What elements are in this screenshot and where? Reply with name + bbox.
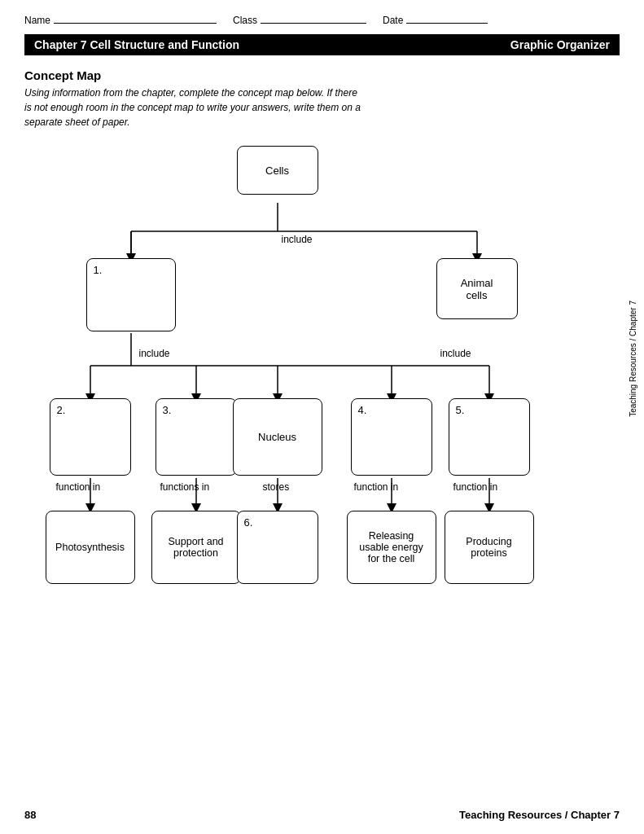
support-label: Support and protection — [168, 536, 223, 559]
stores-label: stores — [263, 481, 290, 493]
graphic-organizer-label: Graphic Organizer — [510, 38, 610, 51]
name-line — [54, 23, 217, 24]
chapter-title: Chapter 7 Cell Structure and Function — [34, 38, 239, 51]
name-label: Name — [24, 15, 50, 26]
page-number: 88 — [24, 809, 36, 821]
node2: 2. — [50, 398, 131, 476]
releasing-label: Releasing usable energy for the cell — [359, 530, 423, 564]
producing-node: Producing proteins — [445, 511, 534, 584]
support-node: Support and protection — [151, 511, 241, 584]
copyright-side: Teaching Resources / Chapter 7 — [629, 301, 637, 417]
node5-label: 5. — [456, 404, 465, 416]
function-in1-label: function in — [56, 481, 101, 493]
node2-label: 2. — [57, 404, 66, 416]
animal-cells-node: Animal cells — [436, 258, 518, 319]
node5: 5. — [449, 398, 530, 476]
node4: 4. — [351, 398, 432, 476]
date-label: Date — [383, 15, 403, 26]
nucleus-node: Nucleus — [233, 398, 322, 476]
include2-label: include — [139, 348, 170, 359]
include3-label: include — [440, 348, 471, 359]
section-title: Concept Map — [24, 68, 620, 82]
node1-label: 1. — [94, 264, 103, 276]
date-line — [406, 23, 488, 24]
header: Name Class Date — [24, 15, 620, 26]
footer-copyright: Teaching Resources / Chapter 7 — [459, 809, 620, 821]
instructions: Using information from the chapter, comp… — [24, 86, 366, 129]
function-in5-label: function in — [453, 481, 498, 493]
class-label: Class — [233, 15, 257, 26]
node4-label: 4. — [358, 404, 367, 416]
footer: 88 Teaching Resources / Chapter 7 — [24, 809, 620, 821]
producing-label: Producing proteins — [466, 536, 511, 559]
functions-in2-label: functions in — [160, 481, 210, 493]
cells-node: Cells — [237, 146, 318, 195]
chapter-bar: Chapter 7 Cell Structure and Function Gr… — [24, 34, 620, 55]
node1: 1. — [86, 258, 176, 331]
node3-label: 3. — [163, 404, 172, 416]
node3: 3. — [156, 398, 237, 476]
node6: 6. — [237, 511, 318, 584]
releasing-node: Releasing usable energy for the cell — [347, 511, 436, 584]
concept-map: Cells include 1. Animal cells include in… — [25, 138, 620, 773]
nucleus-label: Nucleus — [258, 431, 296, 443]
include1-label: include — [282, 234, 313, 245]
cells-label: Cells — [265, 165, 289, 177]
class-line — [261, 23, 366, 24]
animal-cells-label: Animal cells — [461, 277, 493, 301]
node6-label: 6. — [244, 516, 253, 529]
function-in4-label: function in — [354, 481, 399, 493]
photosynthesis-node: Photosynthesis — [46, 511, 135, 584]
photosynthesis-label: Photosynthesis — [55, 542, 125, 553]
